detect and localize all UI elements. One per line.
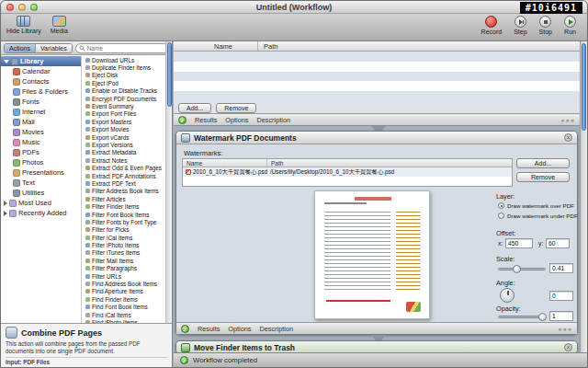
library-category-item[interactable]: Internet [1,107,81,117]
action-list-item[interactable]: Filter iTunes Items [83,249,172,257]
watermark-action-header[interactable]: Watermark PDF Documents × [176,132,577,144]
disclosure-triangle-icon[interactable] [4,201,7,206]
library-category-item[interactable]: Library [1,56,81,66]
action-list-item[interactable]: Export Masters [83,118,172,125]
action-list-item[interactable]: Find Finder Items [83,295,172,303]
library-category-item[interactable]: Files & Folders [1,86,81,97]
action-list-item[interactable]: Extract PDF Text [83,179,172,187]
opacity-field[interactable]: 1 [549,311,573,321]
scrollbar-thumb[interactable] [167,42,172,107]
hide-library-button[interactable]: Hide Library [6,16,41,34]
action-list-item[interactable]: Filter iCal Items [83,234,172,241]
action-list-item[interactable]: Export Versions [83,141,172,148]
library-category-item[interactable]: Photos [1,157,81,167]
watermark-row[interactable]: 2010_6_10大千賀賀餐心.psd/Users/lily/Desktop/2… [183,167,512,177]
slider-thumb[interactable] [538,313,547,321]
library-category-item[interactable]: Movies [1,127,81,137]
record-button[interactable]: Record [481,16,503,35]
action-list-item[interactable]: Find Address Book Items [83,280,172,287]
offset-y-field[interactable]: 60 [546,238,570,248]
scale-field[interactable]: 0.41 [549,263,573,273]
zoom-window-button[interactable] [30,4,38,11]
action-list-item[interactable]: Extract PDF Annotations [83,172,172,179]
results-link[interactable]: Results [198,325,220,333]
action-list-item[interactable]: Find Aperture Items [83,288,172,295]
action-list-item[interactable]: Extract Metadata [83,149,172,156]
column-name[interactable]: Name [174,41,258,51]
tab-variables[interactable]: Variables [36,44,72,52]
library-category-item[interactable]: Contacts [1,76,81,86]
search-input[interactable] [87,45,165,52]
action-list-item[interactable]: Filter for Picks [83,226,172,234]
stop-button[interactable]: Stop [539,16,552,35]
angle-knob[interactable] [500,288,514,303]
run-button[interactable]: Run [564,16,576,35]
action-list-item[interactable]: Find iCal Items [83,311,172,318]
action-list-scrollbar[interactable] [165,41,172,367]
column-path[interactable]: Path [267,159,287,167]
layer-over-radio[interactable]: Draw watermark over PDF [498,202,574,209]
add-button[interactable]: Add... [178,103,211,113]
results-link[interactable]: Results [195,116,217,124]
library-category-item[interactable]: Music [1,137,81,147]
options-link[interactable]: Options [228,325,251,333]
action-list-item[interactable]: Eject iPod [83,79,172,86]
library-category-item[interactable]: Fonts [1,97,81,107]
offset-x-field[interactable]: 450 [505,238,533,248]
action-list-item[interactable]: Export vCards [83,133,172,141]
remove-button[interactable]: Remove [216,103,256,113]
action-list-item[interactable]: Filter Fonts by Font Type [83,218,172,225]
library-category-item[interactable]: Text [1,178,81,188]
close-action-icon[interactable]: × [564,133,572,142]
angle-field[interactable]: 0 [549,291,573,301]
action-list-item[interactable]: Filter Articles [83,195,172,202]
remove-watermark-button[interactable]: Remove [516,172,570,182]
action-list-item[interactable]: Eject Disk [83,72,172,79]
canvas-scrollbar[interactable] [580,41,587,352]
opacity-slider[interactable] [498,316,546,318]
minimize-window-button[interactable] [18,4,26,11]
action-list-item[interactable]: Filter Paragraphs [83,265,172,272]
action-list-item[interactable]: Find Font Book Items [83,304,172,311]
description-link[interactable]: Description [257,116,291,124]
action-list-item[interactable]: Extract Odd & Even Pages [83,164,172,171]
resize-grip-icon[interactable]: ●●● [560,117,575,123]
library-category-item[interactable]: Mail [1,117,81,127]
action-list-item[interactable]: Duplicate Finder Items [83,63,172,71]
action-list-item[interactable]: Enable or Disable Tracks [83,87,172,95]
library-category-item[interactable]: Recently Added [1,208,81,218]
library-category-item[interactable]: Calendar [1,66,81,76]
action-list-item[interactable]: Encrypt PDF Documents [83,95,172,102]
close-action-icon[interactable]: × [564,343,572,351]
action-list-item[interactable]: Filter Finder Items [83,202,172,210]
action-list-item[interactable]: Filter Address Book Items [83,188,172,195]
layer-under-radio[interactable]: Draw watermark under PDF [498,213,578,219]
library-category-item[interactable]: Presentations [1,167,81,178]
library-category-item[interactable]: PDFs [1,147,81,157]
disclosure-triangle-icon[interactable] [4,60,9,63]
action-list-item[interactable]: Download URLs [83,56,172,63]
action-list-item[interactable]: Filter iPhoto Items [83,241,172,248]
action-list-item[interactable]: Export Movies [83,126,172,133]
add-watermark-button[interactable]: Add... [516,158,570,168]
action-list-item[interactable]: Export Font Files [83,110,172,118]
action-list-item[interactable]: Filter URLs [83,272,172,280]
media-button[interactable]: Media [51,16,68,34]
library-category-item[interactable]: Utilities [1,188,81,198]
description-link[interactable]: Description [260,325,294,333]
disclosure-triangle-icon[interactable] [4,211,7,216]
column-name[interactable]: Name [183,159,267,167]
action-list-item[interactable]: Extract Notes [83,156,172,164]
library-search[interactable] [75,43,169,53]
scale-slider[interactable] [498,268,546,270]
resize-grip-icon[interactable]: ●●● [558,326,572,332]
action-list-item[interactable]: Event Summary [83,102,172,109]
action-list-item[interactable]: Filter Mail Items [83,257,172,264]
slider-thumb[interactable] [513,265,521,273]
action-list-item[interactable]: Filter Font Book Items [83,211,172,218]
step-button[interactable]: Step [514,16,526,35]
close-window-button[interactable] [6,4,14,11]
column-path[interactable]: Path [258,41,283,51]
scrollbar-thumb[interactable] [582,43,586,131]
tab-actions[interactable]: Actions [5,44,36,52]
